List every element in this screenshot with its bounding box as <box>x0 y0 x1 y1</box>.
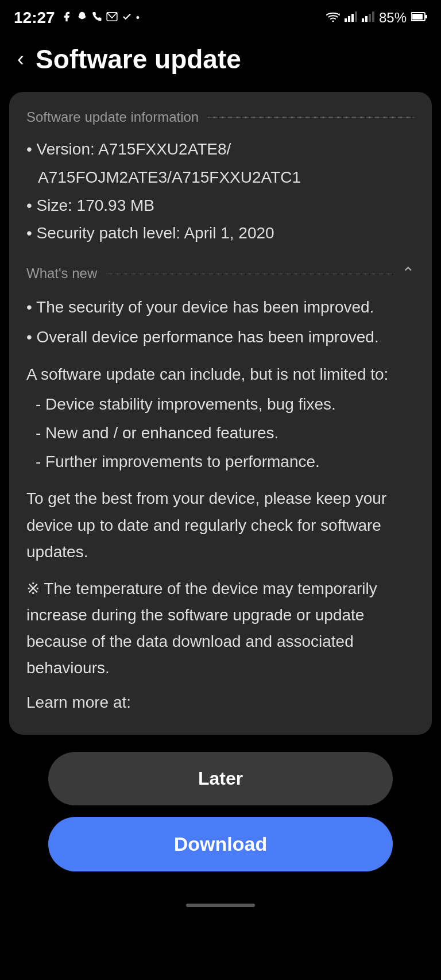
keep-updated-note: To get the best from your device, please… <box>26 485 415 565</box>
whats-new-title: What's new <box>26 265 97 281</box>
status-left: 12:27 • <box>14 9 140 27</box>
svg-point-1 <box>332 21 334 22</box>
back-button[interactable]: ‹ <box>17 49 24 70</box>
info-divider <box>208 117 415 118</box>
info-section: Software update information • Version: A… <box>26 109 415 246</box>
security-line: • Security patch level: April 1, 2020 <box>26 221 415 246</box>
whats-new-line2: • Overall device performance has been im… <box>26 324 415 350</box>
version-line-1: • Version: A715FXXU2ATE8/ <box>26 137 415 163</box>
status-right: 85% <box>326 10 427 26</box>
whats-new-header: What's new ⌃ <box>26 264 415 285</box>
svg-rect-3 <box>348 16 350 22</box>
page-title: Software update <box>36 44 241 75</box>
check-icon <box>122 11 132 25</box>
later-button[interactable]: Later <box>48 752 393 805</box>
signal-icon-2 <box>362 11 374 24</box>
battery-percent: 85% <box>379 10 407 26</box>
download-button[interactable]: Download <box>48 817 393 871</box>
bottom-bar <box>0 894 441 916</box>
update-intro: A software update can include, but is no… <box>26 361 415 388</box>
whats-new-divider <box>106 273 394 273</box>
facebook-icon <box>61 11 72 25</box>
temperature-note: ※ The temperature of the device may temp… <box>26 576 415 682</box>
info-section-title: Software update information <box>26 109 199 125</box>
status-icons: • <box>61 11 140 25</box>
info-section-header: Software update information <box>26 109 415 128</box>
svg-rect-7 <box>365 16 368 22</box>
svg-rect-9 <box>372 11 374 22</box>
buttons-container: Later Download <box>0 735 441 894</box>
bullet-3: - Further improvements to performance. <box>26 449 415 475</box>
snapchat-icon <box>76 11 88 25</box>
whats-new-line1: • The security of your device has been i… <box>26 294 415 321</box>
svg-rect-4 <box>351 14 354 22</box>
learn-more: Learn more at: <box>26 693 415 712</box>
status-bar: 12:27 • <box>0 0 441 32</box>
svg-rect-8 <box>369 14 371 22</box>
signal-icon-1 <box>345 11 357 24</box>
phone-icon <box>92 11 102 25</box>
whats-new-section: What's new ⌃ • The security of your devi… <box>26 264 415 711</box>
svg-rect-12 <box>425 15 427 18</box>
content-card: Software update information • Version: A… <box>9 92 432 735</box>
status-time: 12:27 <box>14 9 55 27</box>
home-indicator <box>186 904 255 907</box>
svg-rect-2 <box>345 18 347 22</box>
battery-icon <box>411 12 427 24</box>
svg-rect-6 <box>362 18 364 22</box>
size-line: • Size: 170.93 MB <box>26 193 415 219</box>
svg-rect-11 <box>412 14 423 20</box>
svg-rect-5 <box>355 11 357 22</box>
bullet-2: - New and / or enhanced features. <box>26 420 415 446</box>
collapse-icon[interactable]: ⌃ <box>401 264 415 283</box>
bullet-1: - Device stability improvements, bug fix… <box>26 391 415 418</box>
mail-icon <box>106 12 118 24</box>
version-line-2: A715FOJM2ATE3/A715FXXU2ATC1 <box>26 165 415 191</box>
dot-icon: • <box>136 12 140 24</box>
page-header: ‹ Software update <box>0 32 441 92</box>
wifi-icon <box>326 11 340 24</box>
